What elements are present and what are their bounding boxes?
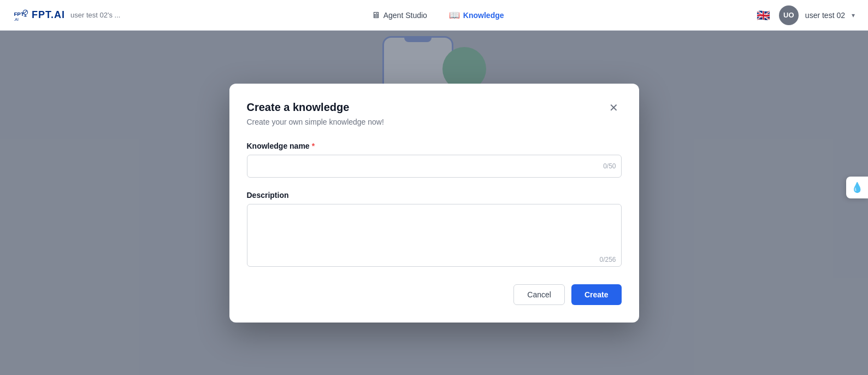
user-name: user test 02 xyxy=(805,11,845,20)
knowledge-name-label: Knowledge name * xyxy=(247,142,622,150)
nav-knowledge[interactable]: 📖 Knowledge xyxy=(440,5,513,25)
header-nav: 🖥 Agent Studio 📖 Knowledge xyxy=(363,5,513,25)
user-avatar: UO xyxy=(779,5,799,25)
modal-subtitle: Create your own simple knowledge now! xyxy=(247,118,622,126)
create-knowledge-modal: Create a knowledge ✕ Create your own sim… xyxy=(229,84,639,323)
modal-title: Create a knowledge xyxy=(247,101,350,114)
modal-header: Create a knowledge ✕ xyxy=(247,101,622,114)
floating-icon: 💧 xyxy=(851,181,863,194)
description-field-group: Description 0/256 xyxy=(247,191,622,269)
description-label: Description xyxy=(247,191,622,200)
cancel-button[interactable]: Cancel xyxy=(513,284,565,305)
nav-knowledge-label: Knowledge xyxy=(463,11,504,20)
svg-text:.AI: .AI xyxy=(14,17,19,21)
modal-overlay: Create a knowledge ✕ Create your own sim… xyxy=(0,31,868,375)
logo[interactable]: FPT .AI FPT.AI xyxy=(13,8,65,23)
workspace-label: user test 02's ... xyxy=(70,11,120,19)
header-left: FPT .AI FPT.AI user test 02's ... xyxy=(13,8,120,23)
nav-agent-studio[interactable]: 🖥 Agent Studio xyxy=(363,6,436,25)
language-selector[interactable]: 🇬🇧 xyxy=(755,7,772,24)
description-textarea-wrapper: 0/256 xyxy=(247,204,622,269)
knowledge-name-input[interactable] xyxy=(247,155,622,178)
knowledge-icon: 📖 xyxy=(449,10,460,20)
description-textarea[interactable] xyxy=(247,204,622,267)
nav-agent-studio-label: Agent Studio xyxy=(383,11,427,20)
knowledge-name-field-group: Knowledge name * 0/50 xyxy=(247,142,622,178)
floating-help-button[interactable]: 💧 xyxy=(846,177,868,198)
required-star: * xyxy=(312,142,315,150)
modal-footer: Cancel Create xyxy=(247,284,622,305)
app-header: FPT .AI FPT.AI user test 02's ... 🖥 Agen… xyxy=(0,0,868,31)
header-right: 🇬🇧 UO user test 02 ▾ xyxy=(755,5,855,25)
svg-text:FPT: FPT xyxy=(14,11,24,17)
create-button[interactable]: Create xyxy=(571,284,622,305)
knowledge-name-input-wrapper: 0/50 xyxy=(247,155,622,178)
logo-text: FPT.AI xyxy=(32,9,65,21)
user-menu-chevron[interactable]: ▾ xyxy=(852,11,855,19)
agent-studio-icon: 🖥 xyxy=(371,10,380,20)
flag-icon: 🇬🇧 xyxy=(757,9,770,22)
svg-line-3 xyxy=(24,10,27,14)
modal-close-button[interactable]: ✕ xyxy=(606,101,622,114)
